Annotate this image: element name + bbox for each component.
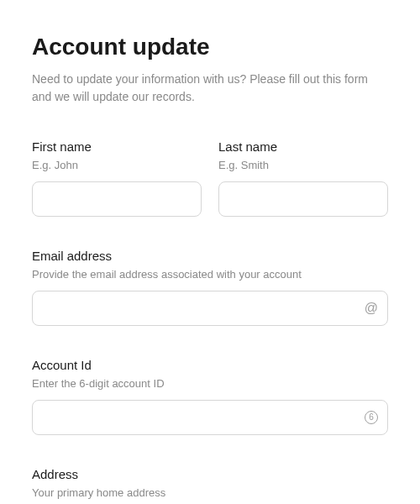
first-name-hint: E.g. John xyxy=(32,159,202,171)
account-id-field: Account Id Enter the 6-digit account ID … xyxy=(32,358,388,435)
account-id-label: Account Id xyxy=(32,358,388,372)
first-name-label: First name xyxy=(32,139,202,154)
account-id-input[interactable] xyxy=(32,400,388,435)
address-hint: Your primary home address xyxy=(32,486,388,499)
name-row: First name E.g. John Last name E.g. Smit… xyxy=(32,139,388,217)
last-name-label: Last name xyxy=(218,139,388,154)
account-id-input-wrap: 6 xyxy=(32,400,388,435)
at-icon: @ xyxy=(365,302,378,315)
email-input[interactable] xyxy=(32,291,388,326)
first-name-input[interactable] xyxy=(32,181,202,217)
account-id-hint: Enter the 6-digit account ID xyxy=(32,377,388,390)
last-name-hint: E.g. Smith xyxy=(218,159,388,171)
email-field: Email address Provide the email address … xyxy=(32,249,388,326)
page-title: Account update xyxy=(32,34,388,60)
first-name-field: First name E.g. John xyxy=(32,139,202,217)
address-field: Address Your primary home address xyxy=(32,467,388,504)
email-input-wrap: @ xyxy=(32,291,388,326)
last-name-field: Last name E.g. Smith xyxy=(218,139,388,217)
first-name-input-wrap xyxy=(32,181,202,217)
last-name-input[interactable] xyxy=(218,181,388,217)
email-label: Email address xyxy=(32,249,388,263)
page-description: Need to update your information with us?… xyxy=(32,71,388,106)
email-hint: Provide the email address associated wit… xyxy=(32,268,388,281)
six-circle-icon: 6 xyxy=(365,411,378,424)
address-label: Address xyxy=(32,467,388,481)
last-name-input-wrap xyxy=(218,181,388,217)
